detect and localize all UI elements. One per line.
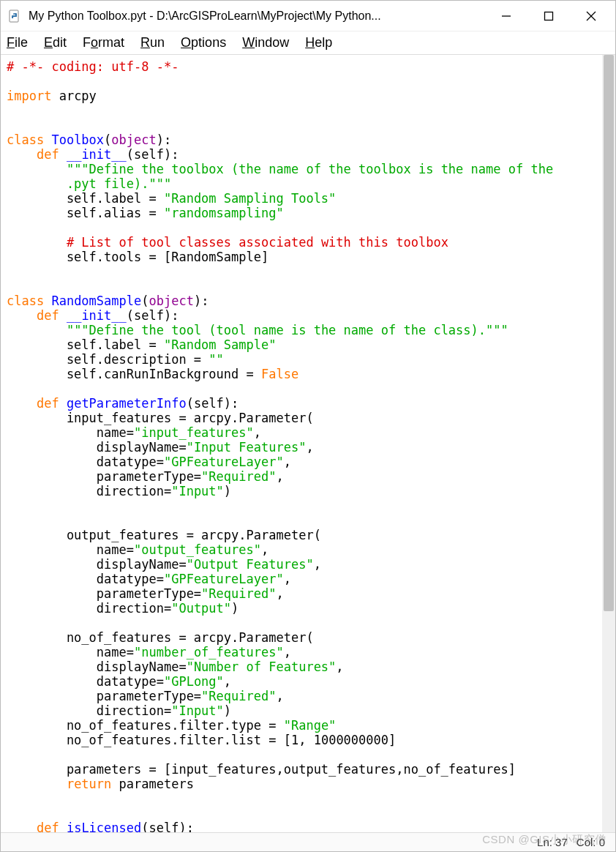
status-bar: Ln: 37 Col: 0 (1, 832, 615, 851)
menu-options[interactable]: Options (181, 35, 226, 51)
maximize-button[interactable] (527, 1, 570, 31)
menu-bar: File Edit Format Run Options Window Help (1, 31, 615, 55)
svg-point-1 (13, 13, 14, 14)
status-line: Ln: 37 (537, 836, 568, 848)
idle-window: My Python Toolbox.pyt - D:\ArcGISProLear… (0, 0, 616, 852)
vertical-scrollbar[interactable] (602, 55, 615, 832)
menu-edit[interactable]: Edit (44, 35, 67, 51)
python-file-icon (8, 9, 23, 23)
code-editor[interactable]: # -*- coding: utf-8 -*- import arcpy cla… (1, 55, 602, 832)
editor-area: # -*- coding: utf-8 -*- import arcpy cla… (1, 55, 615, 832)
menu-window[interactable]: Window (242, 35, 289, 51)
menu-file[interactable]: File (7, 35, 28, 51)
scrollbar-thumb[interactable] (604, 55, 614, 611)
menu-run[interactable]: Run (140, 35, 165, 51)
menu-help[interactable]: Help (305, 35, 332, 51)
svg-rect-3 (545, 12, 553, 20)
title-bar: My Python Toolbox.pyt - D:\ArcGISProLear… (1, 1, 615, 31)
window-title: My Python Toolbox.pyt - D:\ArcGISProLear… (29, 10, 381, 23)
minimize-button[interactable] (485, 1, 527, 31)
status-col: Col: 0 (576, 836, 605, 848)
close-button[interactable] (570, 1, 612, 31)
menu-format[interactable]: Format (83, 35, 124, 51)
